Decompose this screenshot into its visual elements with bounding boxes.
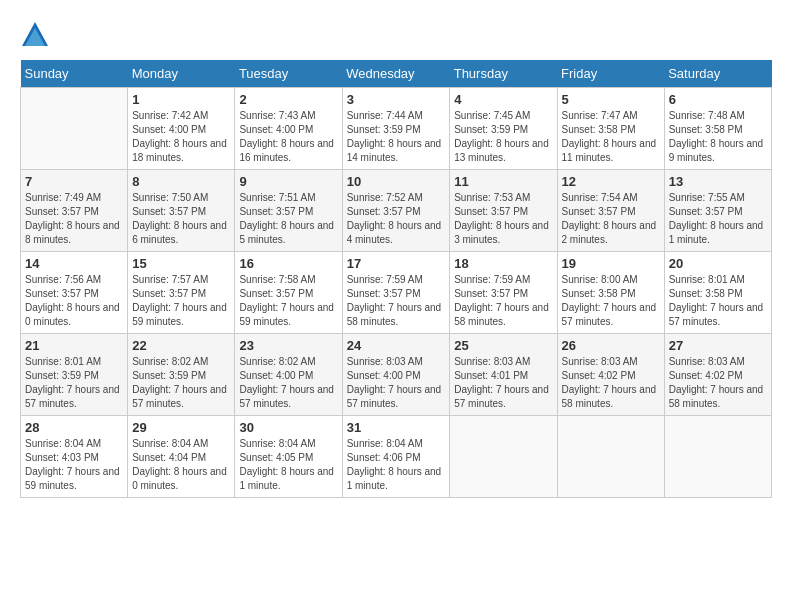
day-number: 29 [132,420,230,435]
day-number: 12 [562,174,660,189]
day-info: Sunrise: 8:03 AMSunset: 4:02 PMDaylight:… [669,355,767,411]
calendar-cell: 22Sunrise: 8:02 AMSunset: 3:59 PMDayligh… [128,334,235,416]
day-number: 16 [239,256,337,271]
day-info: Sunrise: 7:52 AMSunset: 3:57 PMDaylight:… [347,191,446,247]
day-number: 5 [562,92,660,107]
day-number: 13 [669,174,767,189]
calendar-cell: 16Sunrise: 7:58 AMSunset: 3:57 PMDayligh… [235,252,342,334]
day-info: Sunrise: 8:01 AMSunset: 3:58 PMDaylight:… [669,273,767,329]
logo [20,20,54,50]
day-number: 31 [347,420,446,435]
header-saturday: Saturday [664,60,771,88]
calendar-cell: 14Sunrise: 7:56 AMSunset: 3:57 PMDayligh… [21,252,128,334]
day-info: Sunrise: 7:54 AMSunset: 3:57 PMDaylight:… [562,191,660,247]
day-number: 30 [239,420,337,435]
day-number: 28 [25,420,123,435]
calendar-week-row: 28Sunrise: 8:04 AMSunset: 4:03 PMDayligh… [21,416,772,498]
calendar-cell: 23Sunrise: 8:02 AMSunset: 4:00 PMDayligh… [235,334,342,416]
day-number: 6 [669,92,767,107]
day-number: 3 [347,92,446,107]
logo-icon [20,20,50,50]
header-thursday: Thursday [450,60,557,88]
day-info: Sunrise: 8:04 AMSunset: 4:05 PMDaylight:… [239,437,337,493]
calendar-cell: 24Sunrise: 8:03 AMSunset: 4:00 PMDayligh… [342,334,450,416]
calendar-cell: 28Sunrise: 8:04 AMSunset: 4:03 PMDayligh… [21,416,128,498]
day-info: Sunrise: 8:03 AMSunset: 4:02 PMDaylight:… [562,355,660,411]
day-info: Sunrise: 7:51 AMSunset: 3:57 PMDaylight:… [239,191,337,247]
calendar-cell: 7Sunrise: 7:49 AMSunset: 3:57 PMDaylight… [21,170,128,252]
day-number: 4 [454,92,552,107]
day-number: 26 [562,338,660,353]
day-number: 21 [25,338,123,353]
day-number: 18 [454,256,552,271]
day-info: Sunrise: 7:59 AMSunset: 3:57 PMDaylight:… [347,273,446,329]
day-info: Sunrise: 8:03 AMSunset: 4:00 PMDaylight:… [347,355,446,411]
calendar-week-row: 7Sunrise: 7:49 AMSunset: 3:57 PMDaylight… [21,170,772,252]
calendar-cell: 26Sunrise: 8:03 AMSunset: 4:02 PMDayligh… [557,334,664,416]
day-number: 9 [239,174,337,189]
header-sunday: Sunday [21,60,128,88]
day-info: Sunrise: 7:49 AMSunset: 3:57 PMDaylight:… [25,191,123,247]
calendar-cell: 21Sunrise: 8:01 AMSunset: 3:59 PMDayligh… [21,334,128,416]
day-number: 7 [25,174,123,189]
day-number: 10 [347,174,446,189]
calendar-cell: 5Sunrise: 7:47 AMSunset: 3:58 PMDaylight… [557,88,664,170]
day-number: 27 [669,338,767,353]
calendar-cell: 19Sunrise: 8:00 AMSunset: 3:58 PMDayligh… [557,252,664,334]
page-header [20,20,772,50]
day-info: Sunrise: 7:50 AMSunset: 3:57 PMDaylight:… [132,191,230,247]
calendar-cell: 4Sunrise: 7:45 AMSunset: 3:59 PMDaylight… [450,88,557,170]
day-info: Sunrise: 7:59 AMSunset: 3:57 PMDaylight:… [454,273,552,329]
day-info: Sunrise: 8:04 AMSunset: 4:03 PMDaylight:… [25,437,123,493]
day-number: 19 [562,256,660,271]
day-number: 1 [132,92,230,107]
day-info: Sunrise: 8:01 AMSunset: 3:59 PMDaylight:… [25,355,123,411]
day-info: Sunrise: 7:45 AMSunset: 3:59 PMDaylight:… [454,109,552,165]
day-info: Sunrise: 7:44 AMSunset: 3:59 PMDaylight:… [347,109,446,165]
calendar-cell: 3Sunrise: 7:44 AMSunset: 3:59 PMDaylight… [342,88,450,170]
calendar-cell: 9Sunrise: 7:51 AMSunset: 3:57 PMDaylight… [235,170,342,252]
day-info: Sunrise: 8:02 AMSunset: 3:59 PMDaylight:… [132,355,230,411]
calendar-cell: 2Sunrise: 7:43 AMSunset: 4:00 PMDaylight… [235,88,342,170]
calendar: SundayMondayTuesdayWednesdayThursdayFrid… [20,60,772,498]
calendar-cell: 25Sunrise: 8:03 AMSunset: 4:01 PMDayligh… [450,334,557,416]
calendar-cell: 1Sunrise: 7:42 AMSunset: 4:00 PMDaylight… [128,88,235,170]
calendar-cell [450,416,557,498]
calendar-cell: 29Sunrise: 8:04 AMSunset: 4:04 PMDayligh… [128,416,235,498]
calendar-cell [557,416,664,498]
day-info: Sunrise: 8:03 AMSunset: 4:01 PMDaylight:… [454,355,552,411]
day-info: Sunrise: 8:04 AMSunset: 4:06 PMDaylight:… [347,437,446,493]
calendar-cell: 18Sunrise: 7:59 AMSunset: 3:57 PMDayligh… [450,252,557,334]
calendar-header-row: SundayMondayTuesdayWednesdayThursdayFrid… [21,60,772,88]
calendar-cell: 27Sunrise: 8:03 AMSunset: 4:02 PMDayligh… [664,334,771,416]
day-info: Sunrise: 7:57 AMSunset: 3:57 PMDaylight:… [132,273,230,329]
calendar-cell: 31Sunrise: 8:04 AMSunset: 4:06 PMDayligh… [342,416,450,498]
header-wednesday: Wednesday [342,60,450,88]
day-number: 11 [454,174,552,189]
day-number: 15 [132,256,230,271]
day-info: Sunrise: 7:42 AMSunset: 4:00 PMDaylight:… [132,109,230,165]
day-info: Sunrise: 7:56 AMSunset: 3:57 PMDaylight:… [25,273,123,329]
day-number: 20 [669,256,767,271]
day-info: Sunrise: 8:04 AMSunset: 4:04 PMDaylight:… [132,437,230,493]
day-info: Sunrise: 7:48 AMSunset: 3:58 PMDaylight:… [669,109,767,165]
calendar-cell: 13Sunrise: 7:55 AMSunset: 3:57 PMDayligh… [664,170,771,252]
calendar-cell [664,416,771,498]
day-number: 22 [132,338,230,353]
day-number: 14 [25,256,123,271]
day-info: Sunrise: 7:55 AMSunset: 3:57 PMDaylight:… [669,191,767,247]
header-monday: Monday [128,60,235,88]
calendar-week-row: 14Sunrise: 7:56 AMSunset: 3:57 PMDayligh… [21,252,772,334]
calendar-cell: 30Sunrise: 8:04 AMSunset: 4:05 PMDayligh… [235,416,342,498]
day-info: Sunrise: 8:02 AMSunset: 4:00 PMDaylight:… [239,355,337,411]
day-info: Sunrise: 7:53 AMSunset: 3:57 PMDaylight:… [454,191,552,247]
day-info: Sunrise: 7:58 AMSunset: 3:57 PMDaylight:… [239,273,337,329]
day-number: 24 [347,338,446,353]
day-number: 8 [132,174,230,189]
day-number: 17 [347,256,446,271]
header-tuesday: Tuesday [235,60,342,88]
calendar-cell: 8Sunrise: 7:50 AMSunset: 3:57 PMDaylight… [128,170,235,252]
day-info: Sunrise: 8:00 AMSunset: 3:58 PMDaylight:… [562,273,660,329]
calendar-cell [21,88,128,170]
calendar-cell: 17Sunrise: 7:59 AMSunset: 3:57 PMDayligh… [342,252,450,334]
